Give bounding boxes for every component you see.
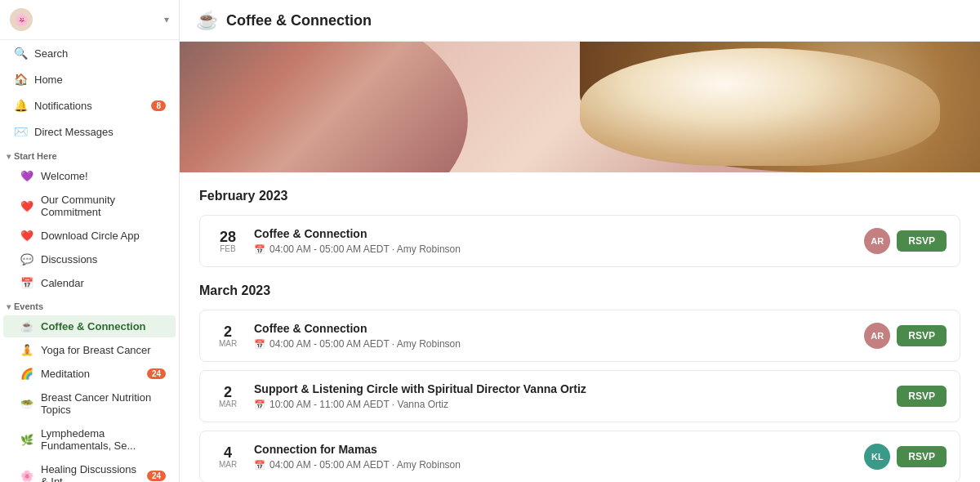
rsvp-button[interactable]: RSVP	[897, 325, 947, 346]
download-icon: ❤️	[20, 230, 34, 242]
event-month: MAR	[213, 460, 243, 469]
event-day: 4	[213, 445, 243, 460]
section-start-here[interactable]: ▾ Start Here	[0, 145, 179, 164]
event-date: 28 FEB	[213, 230, 243, 253]
sidebar-item-meditation[interactable]: 🌈 Meditation 24	[3, 363, 176, 385]
sidebar-item-home[interactable]: 🏠 Home	[3, 67, 176, 91]
event-month: MAR	[213, 339, 243, 348]
sidebar-item-search-label: Search	[34, 47, 166, 60]
calendar-small-icon: 📅	[254, 244, 265, 255]
month-header-feb: February 2023	[199, 189, 960, 203]
event-title: Connection for Mamas	[254, 443, 853, 456]
top-bar: ☕ Coffee & Connection	[180, 0, 980, 42]
rsvp-button[interactable]: RSVP	[897, 446, 947, 467]
sidebar-item-search[interactable]: 🔍 Search	[3, 41, 176, 65]
event-time-text: 04:00 AM - 05:00 AM AEDT · Amy Robinson	[270, 338, 461, 350]
download-app-label: Download Circle App	[41, 230, 166, 242]
search-icon: 🔍	[13, 47, 28, 60]
heart-red-icon: ❤️	[20, 200, 34, 212]
event-date: 2 MAR	[213, 324, 243, 348]
sidebar-item-coffee-connection[interactable]: ☕ Coffee & Connection	[3, 315, 176, 337]
coffee-connection-label: Coffee & Connection	[41, 320, 166, 332]
sidebar: 🌸 ▾ 🔍 Search 🏠 Home 🔔 Notifications 8 ✉️…	[0, 0, 180, 482]
chat-icon: 💬	[20, 253, 34, 266]
event-title: Support & Listening Circle with Spiritua…	[254, 382, 885, 395]
nutrition-label: Breast Cancer Nutrition Topics	[41, 391, 166, 416]
coffee-icon: ☕	[20, 320, 34, 332]
avatar-initials: AR	[871, 236, 884, 246]
event-date: 4 MAR	[213, 445, 243, 469]
section-events-label: Events	[14, 301, 43, 311]
avatar-initials: AR	[871, 331, 884, 341]
month-header-mar: March 2023	[199, 283, 960, 298]
sidebar-item-calendar[interactable]: 📅 Calendar	[3, 272, 176, 294]
event-card: 28 FEB Coffee & Connection 📅 04:00 AM - …	[199, 215, 960, 267]
event-info: Coffee & Connection 📅 04:00 AM - 05:00 A…	[254, 322, 853, 350]
sidebar-collapse-icon[interactable]: ▾	[164, 14, 169, 25]
hero-coffee-cup	[580, 48, 940, 166]
main-content: ☕ Coffee & Connection February 2023 28 F…	[180, 0, 980, 482]
event-title: Coffee & Connection	[254, 227, 853, 240]
discussions-label: Discussions	[41, 253, 166, 266]
event-date: 2 MAR	[213, 385, 243, 408]
meditation-icon: 🌈	[20, 368, 34, 380]
lymphedema-label: Lymphedema Fundamentals, Se...	[41, 427, 166, 452]
sidebar-item-direct-messages[interactable]: ✉️ Direct Messages	[3, 119, 176, 144]
sidebar-item-discussions[interactable]: 💬 Discussions	[3, 248, 176, 270]
avatar: KL	[864, 444, 890, 470]
event-day: 28	[213, 230, 243, 244]
notifications-badge: 8	[151, 100, 166, 111]
event-actions: KL RSVP	[864, 444, 947, 470]
avatar-initials: KL	[871, 452, 884, 462]
calendar-small-icon: 📅	[254, 399, 265, 410]
yoga-icon: 🧘	[20, 344, 34, 356]
page-icon: ☕	[196, 10, 218, 31]
yoga-label: Yoga for Breast Cancer	[41, 344, 166, 356]
healing-badge: 24	[147, 471, 166, 481]
section-events[interactable]: ▾ Events	[0, 295, 179, 315]
sidebar-item-nutrition[interactable]: 🥗 Breast Cancer Nutrition Topics	[3, 386, 176, 421]
sidebar-item-dm-label: Direct Messages	[34, 126, 166, 138]
events-content: February 2023 28 FEB Coffee & Connection…	[180, 172, 980, 482]
events-section-chevron: ▾	[7, 302, 11, 311]
sidebar-item-home-label: Home	[34, 74, 166, 86]
calendar-icon: 📅	[20, 277, 34, 289]
event-time: 📅 04:00 AM - 05:00 AM AEDT · Amy Robinso…	[254, 243, 853, 255]
event-day: 2	[213, 385, 243, 399]
rsvp-button[interactable]: RSVP	[897, 386, 947, 407]
rsvp-button[interactable]: RSVP	[897, 230, 947, 252]
nutrition-icon: 🥗	[20, 398, 34, 410]
calendar-label: Calendar	[41, 277, 166, 289]
meditation-label: Meditation	[41, 368, 140, 380]
section-chevron: ▾	[7, 152, 11, 161]
sidebar-item-healing[interactable]: 🌸 Healing Discussions & Int... 24	[3, 458, 176, 482]
section-start-here-label: Start Here	[14, 151, 57, 161]
mail-icon: ✉️	[13, 125, 28, 138]
event-info: Coffee & Connection 📅 04:00 AM - 05:00 A…	[254, 227, 853, 255]
sidebar-header: 🌸 ▾	[0, 0, 179, 40]
event-card: 2 MAR Support & Listening Circle with Sp…	[199, 370, 960, 422]
sidebar-item-yoga[interactable]: 🧘 Yoga for Breast Cancer	[3, 339, 176, 361]
sidebar-item-welcome[interactable]: 💜 Welcome!	[3, 165, 176, 187]
sidebar-item-notifications[interactable]: 🔔 Notifications 8	[3, 93, 176, 118]
sidebar-logo: 🌸	[10, 8, 33, 31]
event-info: Support & Listening Circle with Spiritua…	[254, 382, 885, 410]
sidebar-item-community-commitment[interactable]: ❤️ Our Community Commitment	[3, 189, 176, 223]
avatar: AR	[864, 323, 890, 349]
heart-green-icon: 💜	[20, 170, 34, 182]
calendar-small-icon: 📅	[254, 339, 265, 350]
sidebar-item-download-app[interactable]: ❤️ Download Circle App	[3, 225, 176, 247]
event-info: Connection for Mamas 📅 04:00 AM - 05:00 …	[254, 443, 853, 471]
sidebar-item-lymphedema[interactable]: 🌿 Lymphedema Fundamentals, Se...	[3, 422, 176, 457]
event-time: 📅 10:00 AM - 11:00 AM AEDT · Vanna Ortiz	[254, 399, 885, 410]
home-icon: 🏠	[13, 73, 28, 86]
community-commitment-label: Our Community Commitment	[41, 194, 166, 218]
hero-rose	[180, 42, 500, 172]
meditation-badge: 24	[147, 368, 166, 379]
healing-label: Healing Discussions & Int...	[41, 463, 140, 482]
event-time: 📅 04:00 AM - 05:00 AM AEDT · Amy Robinso…	[254, 338, 853, 350]
healing-icon: 🌸	[20, 470, 34, 482]
avatar: AR	[864, 228, 890, 254]
bell-icon: 🔔	[13, 99, 28, 112]
event-actions: AR RSVP	[864, 323, 947, 349]
